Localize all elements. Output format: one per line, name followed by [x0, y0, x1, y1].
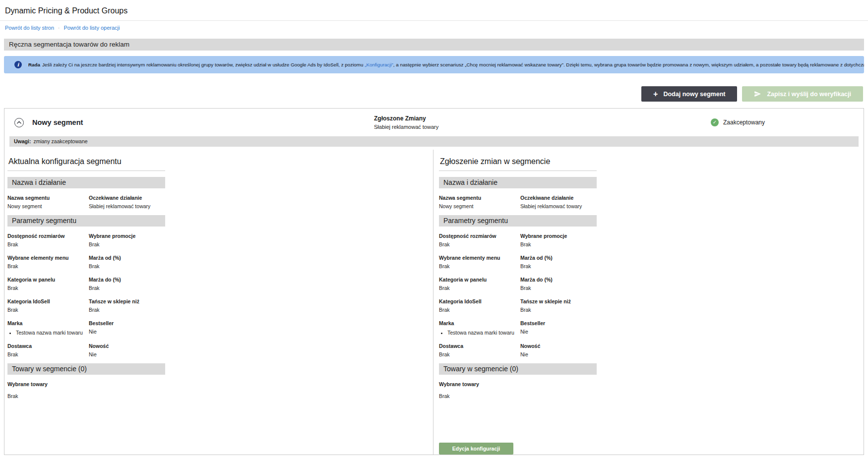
field: Marża do (%)Brak — [520, 277, 597, 291]
tip-label: Rada — [28, 62, 40, 67]
field-label: Kategoria w panelu — [7, 277, 89, 283]
column-heading: Zgłoszenie zmian w segmencie — [439, 150, 597, 171]
section-header: Towary w segmencie (0) — [439, 363, 597, 375]
field: Kategoria IdoSellBrak — [439, 298, 520, 313]
field-value: Brak — [89, 241, 165, 247]
field-label: Marża do (%) — [520, 277, 597, 283]
field: Tańsze w sklepie niżBrak — [89, 298, 165, 313]
field-label: Nazwa segmentu — [439, 195, 520, 201]
field-label: Kategoria IdoSell — [7, 298, 89, 304]
page-title: Dynamic Pricing & Product Groups — [5, 6, 868, 15]
field-value: Brak — [439, 241, 520, 247]
field: Tańsze w sklepie niżBrak — [520, 298, 597, 313]
field-label: Marka — [7, 320, 89, 326]
section-header: Parametry segmentu — [439, 215, 597, 227]
field-label: Nowość — [89, 343, 165, 349]
field: Wybrane towaryBrak — [7, 381, 165, 399]
field-value: Słabiej reklamować towary — [89, 203, 165, 209]
field: BestsellerNie — [520, 320, 597, 336]
segment-panel: Nowy segment Zgłoszone Zmiany Słabiej re… — [4, 108, 864, 455]
edit-configuration-button[interactable]: Edycja konfiguracji — [439, 443, 513, 455]
add-segment-button[interactable]: + Dodaj nowy segment — [641, 86, 737, 102]
chevron-up-icon[interactable] — [14, 118, 24, 127]
remarks-bar: Uwagi:zmiany zaakceptowane — [9, 136, 859, 147]
field: BestsellerNie — [89, 320, 165, 336]
save-and-send-label: Zapisz i wyślij do weryfikacji — [767, 91, 851, 98]
field-label: Dostępność rozmiarów — [7, 233, 89, 239]
field-label: Dostawca — [7, 343, 89, 349]
field-label: Bestseller — [89, 320, 165, 326]
field: Marża od (%)Brak — [89, 255, 165, 269]
add-segment-label: Dodaj nowy segment — [663, 91, 725, 98]
column-content: Zgłoszenie zmian w segmencieNazwa i dzia… — [439, 150, 597, 455]
tip-banner: i RadaJeśli zależy Ci na jeszcze bardzie… — [4, 56, 864, 73]
field-label: Dostawca — [439, 343, 520, 349]
field-label: Oczekiwane działanie — [89, 195, 165, 201]
field-value: Nie — [89, 329, 165, 335]
field: Kategoria w paneluBrak — [439, 277, 520, 291]
save-and-send-button[interactable]: Zapisz i wyślij do weryfikacji — [742, 86, 863, 102]
field-label: Wybrane towary — [7, 381, 165, 387]
field-label: Tańsze w sklepie niż — [89, 298, 165, 304]
column-heading: Aktualna konfiguracja segmentu — [7, 150, 165, 171]
reported-changes-heading: Zgłoszone Zmiany — [374, 115, 438, 122]
field-value: Brak — [7, 285, 89, 291]
field-label: Dostępność rozmiarów — [439, 233, 520, 239]
field-value: Brak — [439, 307, 520, 313]
field: Oczekiwane działanieSłabiej reklamować t… — [89, 195, 165, 209]
field-value: Brak — [439, 285, 520, 291]
field-label: Nowość — [520, 343, 597, 349]
field: Wybrane promocjeBrak — [520, 233, 597, 247]
breadcrumb-link-pages[interactable]: Powrót do listy stron — [5, 25, 54, 31]
field-value: Brak — [520, 285, 597, 291]
field: Kategoria IdoSellBrak — [7, 298, 89, 313]
field-value: Nie — [89, 351, 165, 357]
field: Wybrane towaryBrak — [439, 381, 597, 399]
plus-icon: + — [653, 90, 658, 98]
field-label: Marża od (%) — [520, 255, 597, 261]
field-value: Brak — [439, 393, 597, 399]
field-value: Nie — [520, 329, 597, 335]
field-label: Kategoria IdoSell — [439, 298, 520, 304]
reported-changes: Zgłoszone Zmiany Słabiej reklamować towa… — [374, 115, 438, 130]
field-value: Nie — [520, 351, 597, 357]
field-grid: Wybrane towaryBrak — [7, 381, 165, 399]
field-value: Brak — [89, 285, 165, 291]
field-value-list: Testowa nazwa marki towaru — [16, 330, 89, 336]
column-content: Aktualna konfiguracja segmentuNazwa i dz… — [7, 150, 165, 399]
actions-toolbar: + Dodaj nowy segment Zapisz i wyślij do … — [5, 86, 863, 102]
configuration-link[interactable]: „Konfiguracji” — [365, 62, 393, 67]
field-label: Wybrane elementy menu — [7, 255, 89, 261]
page-section-header: Ręczna segmentacja towarów do reklam — [4, 39, 864, 51]
field-label: Wybrane towary — [439, 381, 597, 387]
paper-plane-icon — [754, 90, 761, 98]
field: DostawcaBrak — [439, 343, 520, 357]
section-header: Parametry segmentu — [7, 215, 165, 227]
field-grid: Dostępność rozmiarówBrakWybrane promocje… — [7, 233, 165, 357]
field-value: Brak — [439, 263, 520, 269]
reported-changes-value: Słabiej reklamować towary — [374, 124, 438, 130]
field-grid: Nazwa segmentuNowy segmentOczekiwane dzi… — [439, 195, 597, 209]
status-label: Zaakceptowany — [723, 119, 765, 126]
breadcrumb-link-operations[interactable]: Powrót do listy operacji — [63, 25, 120, 31]
page: Dynamic Pricing & Product Groups Powrót … — [0, 6, 868, 455]
section-header: Towary w segmencie (0) — [7, 363, 165, 375]
field-label: Marża do (%) — [89, 277, 165, 283]
field-value: Brak — [520, 241, 597, 247]
field: Wybrane promocjeBrak — [89, 233, 165, 247]
field: Nazwa segmentuNowy segment — [439, 195, 520, 209]
field-label: Wybrane promocje — [520, 233, 597, 239]
field: Marża od (%)Brak — [520, 255, 597, 269]
field-value: Brak — [7, 307, 89, 313]
field: NowośćNie — [89, 343, 165, 357]
field: MarkaTestowa nazwa marki towaru — [439, 320, 520, 336]
field-label: Nazwa segmentu — [7, 195, 89, 201]
field-label: Tańsze w sklepie niż — [520, 298, 597, 304]
field: DostawcaBrak — [7, 343, 89, 357]
field-label: Wybrane elementy menu — [439, 255, 520, 261]
field-value: Brak — [439, 351, 520, 357]
field-value: Słabiej reklamować towary — [520, 203, 597, 209]
breadcrumb: Powrót do listy stron · Powrót do listy … — [0, 21, 868, 32]
field-value: Nowy segment — [7, 203, 89, 209]
field: Marża do (%)Brak — [89, 277, 165, 291]
